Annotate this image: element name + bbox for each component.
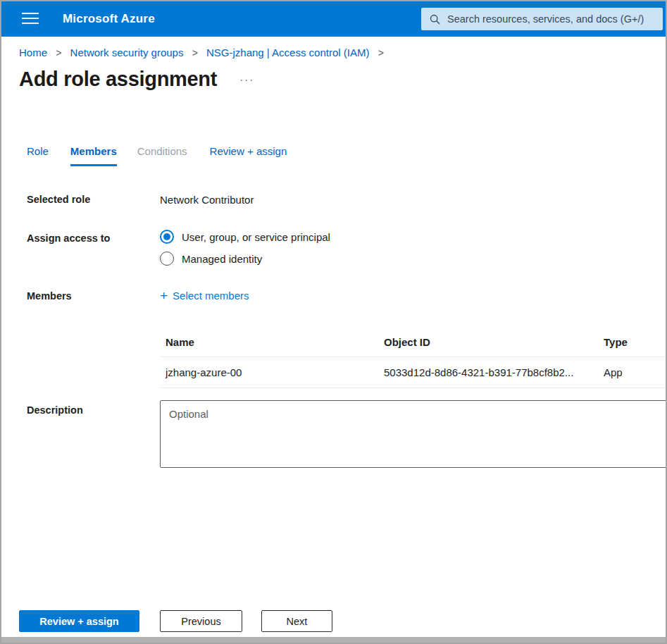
tab-conditions[interactable]: Conditions [137, 145, 187, 166]
radio-option-label: Managed identity [182, 253, 262, 265]
breadcrumb-nsg-access-control[interactable]: NSG-jzhang | Access control (IAM) [206, 47, 369, 58]
global-search-box [421, 8, 663, 30]
previous-button[interactable]: Previous [160, 610, 242, 632]
hamburger-menu-icon[interactable] [22, 13, 40, 25]
breadcrumb-separator: > [378, 47, 384, 58]
window-bottom-edge [0, 637, 667, 643]
page-title: Add role assignment [19, 68, 217, 91]
app-title[interactable]: Microsoft Azure [63, 1, 155, 37]
radio-unselected-icon[interactable] [160, 252, 174, 266]
tab-members[interactable]: Members [70, 145, 117, 166]
selected-role-label: Selected role [27, 194, 90, 205]
select-members-link[interactable]: + Select members [160, 289, 249, 302]
member-type-cell: App [604, 366, 667, 378]
tab-bar: Role Members Conditions Review + assign [27, 145, 287, 166]
tab-review-assign[interactable]: Review + assign [210, 145, 287, 166]
breadcrumb-separator: > [192, 47, 198, 58]
top-bar: Microsoft Azure [1, 1, 666, 37]
plus-icon: + [160, 289, 168, 302]
members-table: Name Object ID Type jzhang-azure-00 5033… [160, 327, 667, 388]
breadcrumb-network-security-groups[interactable]: Network security groups [70, 47, 184, 58]
members-label: Members [27, 290, 72, 302]
column-header-object-id: Object ID [384, 336, 604, 348]
breadcrumb-separator: > [56, 47, 61, 58]
next-button[interactable]: Next [261, 610, 332, 632]
breadcrumb-home[interactable]: Home [19, 47, 47, 58]
description-textarea[interactable] [160, 400, 667, 468]
radio-user-group-service-principal[interactable]: User, group, or service principal [160, 230, 330, 244]
member-name-cell: jzhang-azure-00 [160, 366, 384, 378]
description-label: Description [27, 404, 83, 416]
radio-selected-icon[interactable] [160, 230, 174, 244]
radio-option-label: User, group, or service principal [182, 231, 330, 243]
tab-role[interactable]: Role [27, 145, 49, 166]
column-header-type: Type [604, 336, 667, 348]
more-options-icon[interactable]: ··· [239, 73, 254, 85]
member-object-id-cell: 5033d12d-8d86-4321-b391-77b8cf8b2... [384, 366, 604, 378]
search-icon [430, 14, 440, 25]
column-header-name: Name [160, 336, 384, 348]
search-input[interactable] [447, 13, 663, 25]
radio-managed-identity[interactable]: Managed identity [160, 252, 262, 266]
table-header-row: Name Object ID Type [160, 327, 667, 357]
assign-access-to-label: Assign access to [27, 233, 110, 244]
selected-role-value: Network Contributor [160, 194, 254, 206]
azure-portal-window: Microsoft Azure Home > Network security … [0, 0, 667, 644]
breadcrumb: Home > Network security groups > NSG-jzh… [19, 47, 389, 58]
select-members-label: Select members [173, 290, 249, 302]
table-row: jzhang-azure-00 5033d12d-8d86-4321-b391-… [160, 357, 667, 388]
review-assign-button[interactable]: Review + assign [19, 610, 139, 632]
